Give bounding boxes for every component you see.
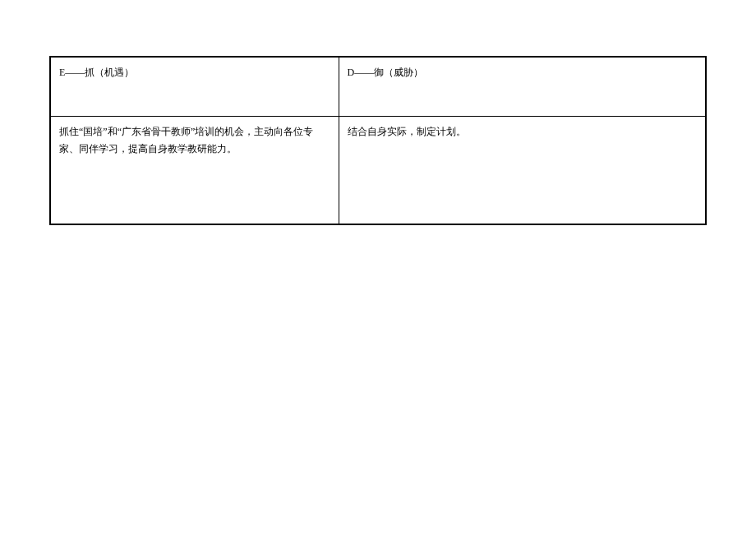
- swot-table: E——抓（机遇） D——御（威胁） 抓住“国培”和“广东省骨干教师”培训的机会，…: [49, 56, 707, 225]
- header-cell-threat: D——御（威胁）: [339, 57, 706, 116]
- content-cell-opportunity: 抓住“国培”和“广东省骨干教师”培训的机会，主动向各位专家、同伴学习，提高自身教…: [50, 116, 339, 224]
- content-cell-threat: 结合自身实际，制定计划。: [339, 116, 706, 224]
- table-content-row: 抓住“国培”和“广东省骨干教师”培训的机会，主动向各位专家、同伴学习，提高自身教…: [50, 116, 706, 224]
- header-cell-opportunity: E——抓（机遇）: [50, 57, 339, 116]
- table-header-row: E——抓（机遇） D——御（威胁）: [50, 57, 706, 116]
